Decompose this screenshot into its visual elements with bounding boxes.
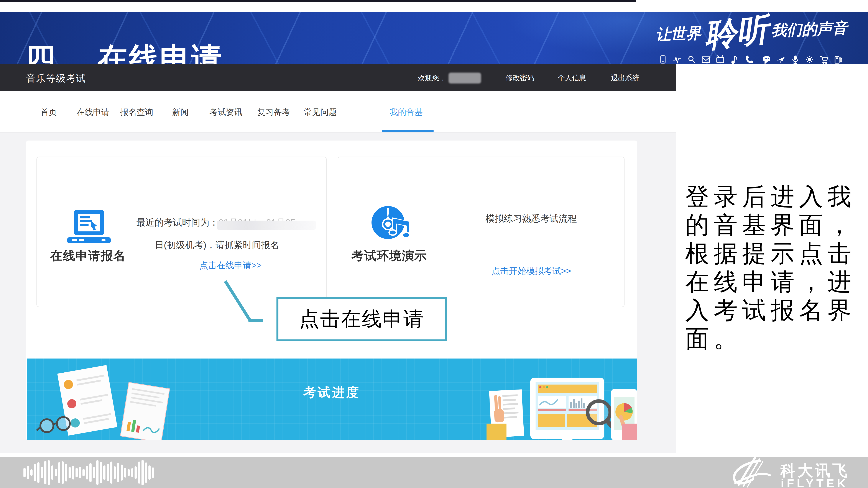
phone-icon xyxy=(661,56,665,63)
glasses-illustration xyxy=(37,417,70,432)
callout-box: 点击在线申请 xyxy=(276,297,447,341)
annotation-line: 入考试报名界 xyxy=(685,296,865,325)
nav-item-news[interactable]: 新闻 xyxy=(172,107,189,118)
nav-item-my-yinji[interactable]: 我的音基 xyxy=(390,107,423,118)
cart-icon xyxy=(820,57,828,64)
laptop-icon xyxy=(67,210,111,246)
slide: 四、 在线申请 让世界 聆听 我们的声音 xyxy=(0,0,868,488)
exam-demo-card: 考试环境演示 模拟练习熟悉考试流程 点击开始模拟考试>> xyxy=(338,157,624,307)
personal-info-link[interactable]: 个人信息 xyxy=(558,73,586,83)
annotation-line: 根据提示点击 xyxy=(685,239,865,268)
main-nav: 首页 在线申请 报名查询 新闻 考试资讯 复习备考 常见问题 我的音基 xyxy=(0,91,676,133)
nav-item-online-apply[interactable]: 在线申请 xyxy=(76,107,110,118)
plane-icon xyxy=(777,57,785,63)
annotation-line: 面。 xyxy=(685,325,865,353)
title-banner: 四、 在线申请 让世界 聆听 我们的声音 xyxy=(0,12,868,64)
slide-title: 四、 在线申请 xyxy=(26,41,223,64)
notice-prefix: 最近的考试时间为： xyxy=(136,217,219,228)
nav-item-faq[interactable]: 常见问题 xyxy=(304,107,337,118)
top-border-line xyxy=(0,0,636,2)
nav-item-home[interactable]: 首页 xyxy=(40,107,57,118)
welcome-label: 欢迎您， xyxy=(418,73,446,83)
exam-progress-banner: 考试进度 xyxy=(27,359,637,440)
online-apply-card: 在线申请报名 最近的考试时间为：01月01日、01月05 日(初级机考)，请抓紧… xyxy=(36,157,327,307)
sun-icon xyxy=(806,56,813,63)
online-apply-link[interactable]: 点击在线申请>> xyxy=(199,259,262,271)
change-password-link[interactable]: 修改密码 xyxy=(506,73,534,83)
demo-notice: 模拟练习熟悉考试流程 xyxy=(460,213,603,225)
annotation-line: 登录后进入我 xyxy=(685,183,865,211)
logout-link[interactable]: 退出系统 xyxy=(611,73,640,83)
site-brand: 音乐等级考试 xyxy=(26,72,86,85)
handset-icon xyxy=(746,56,753,63)
slide-footer: 科大讯飞 iFLYTEK xyxy=(0,457,868,488)
bottom-white-strip xyxy=(0,453,868,457)
footer-brand-en: iFLYTEK xyxy=(781,477,848,488)
redacted-username xyxy=(448,73,481,84)
welcome-text: 欢迎您， xyxy=(418,73,481,84)
redacted-exam-dates: 01月01日、01月05 xyxy=(219,217,298,228)
search-icon xyxy=(689,56,695,63)
notice-line1: 最近的考试时间为：01月01日、01月05 xyxy=(108,211,326,234)
nav-item-registration-query[interactable]: 报名查询 xyxy=(120,107,153,118)
mail-icon xyxy=(702,57,710,62)
app-icons-row xyxy=(659,55,845,64)
nav-item-exam-info[interactable]: 考试资讯 xyxy=(209,107,242,118)
notice-line2: 日(初级机考)，请抓紧时间报名 xyxy=(108,234,326,256)
slogan-emphasis: 聆听 xyxy=(703,12,770,51)
mic-icon xyxy=(793,56,798,64)
music-note-icon xyxy=(732,56,737,64)
progress-banner-illustrations xyxy=(27,359,637,440)
start-mock-exam-link[interactable]: 点击开始模拟考试>> xyxy=(460,265,603,277)
chat-icon xyxy=(763,56,770,64)
annotation-text: 登录后进入我 的音基界面， 根据提示点击 在线申请，进 入考试报名界 面。 xyxy=(685,183,865,353)
exam-time-notice: 最近的考试时间为：01月01日、01月05 日(初级机考)，请抓紧时间报名 xyxy=(108,211,326,256)
demo-card-label: 考试环境演示 xyxy=(338,248,440,264)
devices-illustration xyxy=(487,378,637,440)
slogan-right: 我们的声音 xyxy=(771,18,847,41)
account-bar: 音乐等级考试 欢迎您， 修改密码 个人信息 退出系统 xyxy=(0,64,676,91)
audio-waveform-logo xyxy=(24,457,154,488)
annotation-line: 在线申请，进 xyxy=(685,268,865,296)
fuel-icon xyxy=(835,56,842,63)
callout-text: 点击在线申请 xyxy=(299,305,424,332)
cd-music-icon xyxy=(371,205,412,243)
iflytek-logo-mark xyxy=(727,457,779,488)
slogan-left: 让世界 xyxy=(655,23,702,45)
active-nav-underline xyxy=(382,130,434,132)
nav-item-review-prep[interactable]: 复习备考 xyxy=(257,107,290,118)
tv-icon xyxy=(717,55,724,63)
pulse-icon xyxy=(673,57,681,63)
brand-slogan: 让世界 聆听 我们的声音 xyxy=(655,12,848,51)
documents-illustration xyxy=(37,365,170,440)
annotation-line: 的音基界面， xyxy=(685,211,865,239)
